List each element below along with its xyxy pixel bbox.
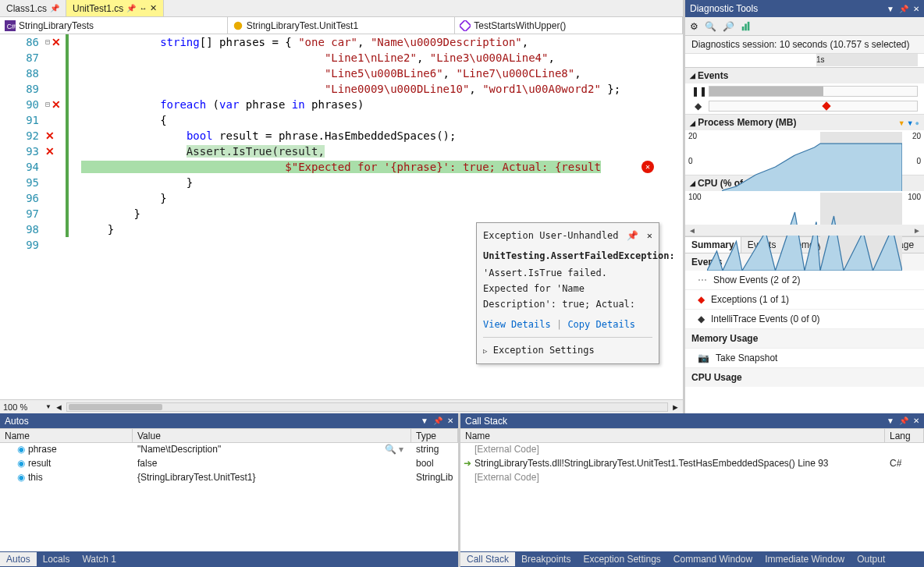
exception-settings-toggle[interactable]: ▷ Exception Settings: [483, 337, 652, 359]
svg-point-2: [233, 21, 242, 30]
tab-callstack[interactable]: Call Stack: [460, 552, 515, 566]
callstack-grid[interactable]: [External Code]➜StringLibraryTests.dll!S…: [460, 443, 924, 551]
table-row[interactable]: [External Code]: [460, 471, 924, 485]
scroll-left-icon[interactable]: ◄: [688, 226, 696, 235]
horizontal-scrollbar[interactable]: [66, 402, 668, 412]
callstack-tab-strip: Call Stack Breakpoints Exception Setting…: [460, 551, 924, 567]
pin-icon[interactable]: 📌: [433, 416, 442, 425]
nav-class[interactable]: StringLibraryTest.UnitTest1: [228, 17, 456, 34]
callstack-header: Name Lang: [460, 429, 924, 443]
table-row[interactable]: ◉this{StringLibraryTest.UnitTest1}String…: [0, 471, 458, 485]
scroll-left-icon[interactable]: ◄: [55, 402, 63, 412]
chart-icon[interactable]: [741, 21, 752, 32]
col-type[interactable]: Type: [411, 429, 458, 442]
zoom-out-icon[interactable]: 🔎: [723, 21, 734, 32]
dropdown-icon[interactable]: ▼: [887, 5, 894, 13]
pin-icon[interactable]: 📌: [627, 230, 638, 241]
gear-icon[interactable]: ⚙: [690, 21, 698, 32]
tab-autos[interactable]: Autos: [0, 552, 37, 566]
col-name[interactable]: Name: [460, 429, 885, 442]
class-icon: [233, 20, 243, 31]
close-icon[interactable]: ✕: [647, 230, 652, 241]
autos-title-bar: Autos ▼📌✕: [0, 413, 458, 429]
tab-watch1[interactable]: Watch 1: [76, 552, 123, 566]
line-numbers: 8687888990919293949596979899: [0, 34, 45, 399]
diagnostic-tools-title: Diagnostic Tools ▼📌✕: [685, 0, 924, 17]
table-row[interactable]: ◉phrase"Name\tDescription"🔍 ▾string: [0, 443, 458, 457]
tab-unittest1[interactable]: UnitTest1.cs 📌 ↔ ✕: [66, 0, 164, 16]
svg-rect-3: [460, 20, 471, 31]
exceptions-link[interactable]: ◆Exceptions (1 of 1): [685, 290, 924, 310]
navigation-bar: C# StringLibraryTests StringLibraryTest.…: [0, 17, 683, 34]
memory-header[interactable]: ◢ Process Memory (MB) ▼▼●: [685, 115, 924, 130]
nav-method[interactable]: TestStartsWithUpper(): [455, 17, 683, 34]
cpu-graph[interactable]: 100 100 ◄►: [685, 191, 924, 236]
session-info: Diagnostics session: 10 seconds (10.757 …: [685, 36, 924, 54]
zoom-in-icon[interactable]: 🔍: [705, 21, 716, 32]
exception-heading: UnitTesting.AssertFailedException:: [483, 248, 652, 264]
diag-toolbar: ⚙ 🔍 🔎: [685, 17, 924, 36]
marker-icon: ▼: [898, 119, 905, 127]
pin-icon[interactable]: 📌: [126, 4, 136, 12]
dropdown-icon[interactable]: ▼: [421, 416, 428, 425]
tab-label: Class1.cs: [6, 3, 47, 14]
events-graph[interactable]: ❚❚ ◆: [685, 83, 924, 115]
close-icon[interactable]: ✕: [150, 3, 157, 13]
gc-icon[interactable]: ●: [915, 119, 919, 127]
collapse-icon: ◢: [690, 72, 695, 80]
tab-locals[interactable]: Locals: [37, 552, 76, 566]
copy-details-link[interactable]: Copy Details: [567, 319, 635, 330]
exception-icon[interactable]: ✕: [641, 161, 654, 173]
table-row[interactable]: ➜StringLibraryTests.dll!StringLibraryTes…: [460, 457, 924, 471]
view-details-link[interactable]: View Details: [483, 319, 551, 330]
camera-icon: 📷: [698, 353, 709, 363]
pause-icon: ❚❚: [691, 86, 704, 97]
tab-exception-settings[interactable]: Exception Settings: [577, 552, 666, 566]
exception-popup-title: Exception User-Unhandled: [483, 228, 618, 243]
timeline-ruler[interactable]: 1s: [685, 54, 924, 68]
chevron-right-icon: ▷: [483, 347, 487, 355]
chevron-down-icon[interactable]: ▼: [45, 403, 52, 410]
events-header[interactable]: ◢Events: [685, 68, 924, 83]
margin-markers: ⊟ ✕⊟ ✕✕✕: [45, 34, 81, 399]
pin-icon[interactable]: 📌: [899, 416, 908, 425]
intellitrace-link[interactable]: ◆IntelliTrace Events (0 of 0): [685, 310, 924, 329]
svg-rect-5: [745, 23, 747, 30]
close-icon[interactable]: ✕: [913, 5, 919, 13]
table-row[interactable]: [External Code]: [460, 443, 924, 457]
col-name[interactable]: Name: [0, 429, 133, 442]
close-icon[interactable]: ✕: [447, 416, 453, 425]
table-row[interactable]: ◉resultfalsebool: [0, 457, 458, 471]
tab-immediate-window[interactable]: Immediate Window: [759, 552, 851, 566]
tab-breakpoints[interactable]: Breakpoints: [515, 552, 577, 566]
col-value[interactable]: Value: [133, 429, 411, 442]
diamond-icon: ◆: [691, 101, 704, 112]
exception-popup: Exception User-Unhandled 📌 ✕ UnitTesting…: [476, 222, 659, 364]
scroll-right-icon[interactable]: ►: [913, 226, 921, 235]
scroll-right-icon[interactable]: ►: [671, 402, 680, 412]
marker-icon: ▼: [907, 119, 914, 127]
code-editor[interactable]: 8687888990919293949596979899 ⊟ ✕⊟ ✕✕✕ st…: [0, 34, 683, 399]
pin-icon[interactable]: 📌: [899, 5, 908, 13]
pin-icon[interactable]: 📌: [50, 4, 59, 12]
svg-rect-6: [748, 21, 750, 30]
change-marker: [66, 34, 69, 237]
tab-output[interactable]: Output: [851, 552, 891, 566]
zoom-level[interactable]: 100 %: [3, 402, 42, 412]
nav-scope[interactable]: C# StringLibraryTests: [0, 17, 228, 34]
dropdown-icon[interactable]: ▼: [887, 416, 894, 425]
show-events-link[interactable]: ⋯Show Events (2 of 2): [685, 271, 924, 290]
take-snapshot-button[interactable]: 📷Take Snapshot: [685, 349, 924, 368]
memory-graph[interactable]: 20 20 0 0: [685, 130, 924, 175]
memory-usage-section: Memory Usage: [685, 329, 924, 349]
preview-icon: ↔: [139, 4, 147, 12]
close-icon[interactable]: ✕: [913, 416, 919, 425]
collapse-icon: ◢: [690, 179, 695, 187]
col-lang[interactable]: Lang: [885, 429, 924, 442]
tab-class1[interactable]: Class1.cs 📌: [0, 0, 66, 16]
method-icon: [460, 20, 471, 31]
tab-command-window[interactable]: Command Window: [667, 552, 759, 566]
tab-label: UnitTest1.cs: [73, 3, 123, 14]
autos-grid[interactable]: ◉phrase"Name\tDescription"🔍 ▾string◉resu…: [0, 443, 458, 551]
diamond-icon: ◆: [698, 314, 705, 324]
